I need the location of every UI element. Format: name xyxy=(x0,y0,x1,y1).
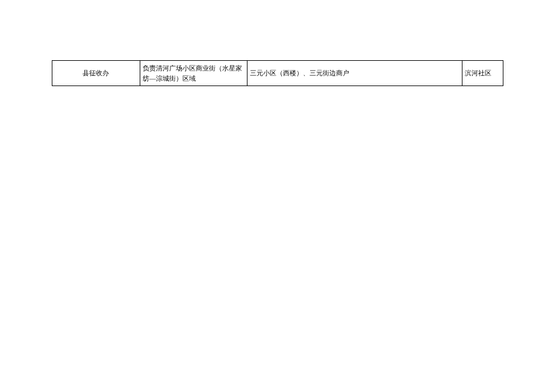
data-table: 县征收办 负责清河广场小区商业街（水星家纺—淙城街）区域 三元小区（西楼）、三元… xyxy=(52,60,503,86)
table-row: 县征收办 负责清河广场小区商业街（水星家纺—淙城街）区域 三元小区（西楼）、三元… xyxy=(52,61,503,86)
cell-community: 滨河社区 xyxy=(462,61,503,86)
data-table-container: 县征收办 负责清河广场小区商业街（水星家纺—淙城街）区域 三元小区（西楼）、三元… xyxy=(52,60,503,86)
cell-department: 县征收办 xyxy=(52,61,140,86)
cell-area: 三元小区（西楼）、三元街边商户 xyxy=(247,61,462,86)
cell-responsibility: 负责清河广场小区商业街（水星家纺—淙城街）区域 xyxy=(140,61,247,86)
